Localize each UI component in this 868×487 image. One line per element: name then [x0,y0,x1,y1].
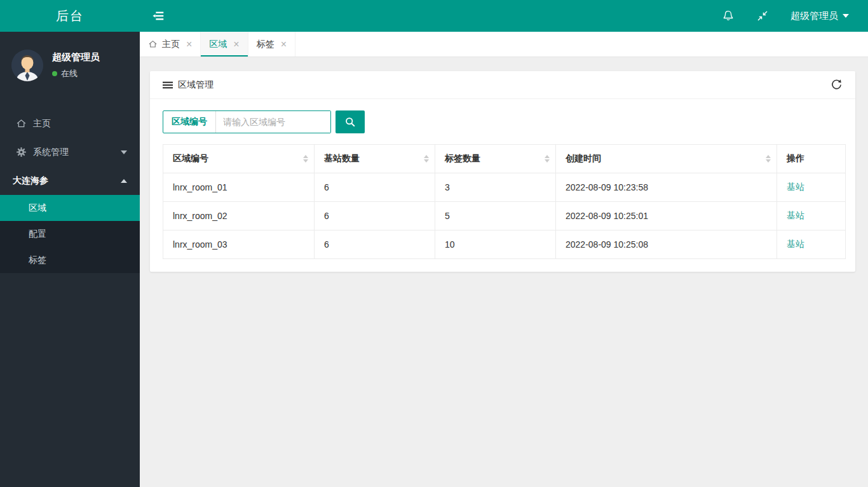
base-station-link[interactable]: 基站 [787,182,804,192]
cell-tags: 5 [435,202,556,230]
tab-tag[interactable]: 标签 × [248,32,295,57]
avatar [11,50,43,81]
sidebar-menu: 主页 系统管理 [0,109,140,195]
search-button[interactable] [336,110,365,133]
area-table: 区域编号 基站数量 标签数量 [163,144,846,259]
sidebar-item-system[interactable]: 系统管理 [0,138,140,166]
column-header-stations[interactable]: 基站数量 [315,145,435,173]
sidebar-item-tag[interactable]: 标签 [0,247,140,273]
table-row: lnrx_room_01 6 3 2022-08-09 10:23:58 基站 [163,173,846,202]
sidebar-item-area[interactable]: 区域 [0,195,140,221]
notifications-button[interactable] [722,10,735,22]
tab-label: 区域 [209,39,227,50]
column-header-created[interactable]: 创建时间 [556,145,777,173]
close-icon[interactable]: × [233,39,239,50]
sidebar-item-home[interactable]: 主页 [0,109,140,138]
column-header-area-id[interactable]: 区域编号 [163,145,315,173]
sidebar-submenu: 区域 配置 标签 [0,195,140,273]
menu-toggle-icon [151,9,165,23]
app-logo[interactable]: 后台 [0,0,140,32]
column-header-label: 标签数量 [445,153,480,163]
gear-icon [16,147,27,157]
tab-label: 主页 [162,39,180,50]
panel-header: 区域管理 [150,71,855,99]
user-menu-label: 超级管理员 [790,10,838,22]
online-status-label: 在线 [61,68,78,79]
tab-area[interactable]: 区域 × [201,32,248,57]
table-row: lnrx_room_03 6 10 2022-08-09 10:25:08 基站 [163,230,846,259]
search-toolbar: 区域编号 [163,110,846,133]
sort-icon[interactable] [545,155,550,163]
sidebar-item-label: 标签 [29,255,46,266]
sidebar-item-config[interactable]: 配置 [0,221,140,247]
column-header-label: 创建时间 [566,153,601,163]
area-management-panel: 区域管理 区域编号 [150,71,855,272]
page-title: 区域管理 [178,79,214,91]
fullscreen-toggle-button[interactable] [756,10,769,22]
close-icon[interactable]: × [281,39,287,50]
close-icon[interactable]: × [186,39,192,50]
home-icon [148,39,158,49]
cell-created: 2022-08-09 10:25:01 [556,202,777,230]
column-header-label: 操作 [787,153,804,163]
column-header-actions: 操作 [777,145,846,173]
sidebar-item-label: 大连海参 [13,175,48,187]
sidebar-user-panel: 超级管理员 在线 [0,32,140,100]
sidebar-toggle-button[interactable] [151,9,165,23]
table-row: lnrx_room_02 6 5 2022-08-09 10:25:01 基站 [163,202,846,230]
tab-bar: 主页 × 区域 × 标签 × [140,32,868,57]
cell-stations: 6 [315,202,435,230]
page-content: 区域管理 区域编号 [140,57,868,272]
sidebar-item-dalian[interactable]: 大连海参 [0,166,140,195]
chevron-up-icon [121,179,127,183]
base-station-link[interactable]: 基站 [787,210,804,220]
sidebar-item-label: 区域 [29,203,46,214]
cell-area-id: lnrx_room_03 [163,230,315,259]
top-header: 后台 [0,0,868,32]
column-header-tags[interactable]: 标签数量 [435,145,556,173]
cell-tags: 3 [435,173,556,202]
tab-home[interactable]: 主页 × [140,32,201,57]
user-avatar-icon [11,50,43,81]
main-area: 主页 × 区域 × 标签 × 区域管理 [140,32,868,487]
sidebar-item-label: 主页 [33,118,51,130]
cell-created: 2022-08-09 10:25:08 [556,230,777,259]
caret-down-icon [843,14,849,18]
tab-label: 标签 [257,39,275,50]
sidebar-user-name: 超级管理员 [52,51,100,63]
cell-tags: 10 [435,230,556,259]
column-header-label: 基站数量 [324,153,360,163]
sidebar: 超级管理员 在线 主页 [0,32,140,487]
refresh-icon [831,79,843,91]
refresh-button[interactable] [831,79,843,91]
sidebar-item-label: 系统管理 [33,147,69,158]
chevron-down-icon [121,150,127,154]
search-input[interactable] [216,111,330,133]
screen-restore-icon [756,10,769,22]
sidebar-item-label: 配置 [29,229,46,240]
search-icon [344,116,356,128]
search-field-label: 区域编号 [163,111,216,133]
search-group: 区域编号 [163,110,331,133]
cell-stations: 6 [315,230,435,259]
sort-icon[interactable] [424,155,429,163]
base-station-link[interactable]: 基站 [787,239,804,249]
cell-created: 2022-08-09 10:23:58 [556,173,777,202]
user-menu-button[interactable]: 超级管理员 [790,10,849,22]
cell-area-id: lnrx_room_01 [163,173,315,202]
sort-icon[interactable] [766,155,771,163]
list-icon [163,81,173,90]
panel-body: 区域编号 [150,99,855,272]
online-status-icon [52,71,57,76]
table-header-row: 区域编号 基站数量 标签数量 [163,145,846,173]
sort-icon[interactable] [303,155,308,163]
home-icon [16,118,27,129]
bell-icon [722,10,735,22]
app-window: 后台 [0,0,868,487]
cell-stations: 6 [315,173,435,202]
cell-area-id: lnrx_room_02 [163,202,315,230]
column-header-label: 区域编号 [173,153,208,163]
